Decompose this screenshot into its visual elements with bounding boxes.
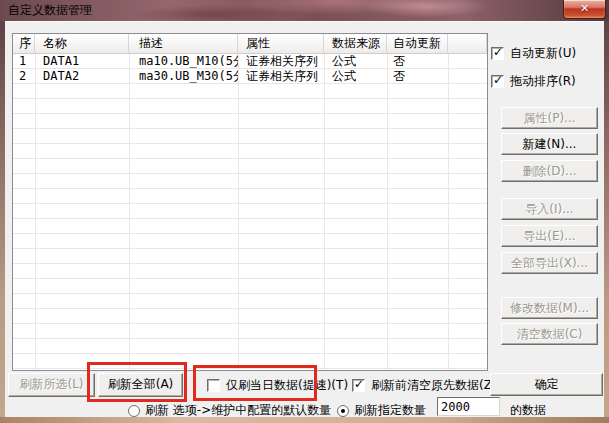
checkbox-auto-update[interactable]: ✓ 自动更新(U) xyxy=(491,45,576,62)
cell-name: DATA1 xyxy=(35,54,129,69)
cell-autoupdate: 否 xyxy=(387,69,448,84)
custom-data-manager-dialog: 自定义数据管理 ✕ 序 名称 描述 属性 数据来源 自动更新 xyxy=(0,0,609,423)
export-button[interactable]: 导出(E)... xyxy=(501,225,598,247)
grid-line xyxy=(129,54,130,370)
radio-icon xyxy=(337,405,349,417)
refresh-all-button[interactable]: 刷新全部(A) xyxy=(98,373,183,397)
dialog-client-area: 序 名称 描述 属性 数据来源 自动更新 1 DATA1 ma10.UB_M10… xyxy=(5,21,604,417)
custom-data-table[interactable]: 序 名称 描述 属性 数据来源 自动更新 1 DATA1 ma10.UB_M10… xyxy=(12,33,488,371)
cell-datasource: 公式 xyxy=(324,54,387,69)
grid-line xyxy=(324,54,325,370)
checkbox-icon: ✓ xyxy=(207,379,220,392)
close-button[interactable]: ✕ xyxy=(563,0,606,19)
property-button[interactable]: 属性(P)... xyxy=(501,107,598,129)
new-button[interactable]: 新建(N)... xyxy=(501,133,598,155)
cell-datasource: 公式 xyxy=(324,69,387,84)
ok-button[interactable]: 确定 xyxy=(490,373,603,396)
radio-refresh-specified-count[interactable]: 刷新指定数量 xyxy=(337,402,426,419)
count-suffix-label: 的数据 xyxy=(510,402,546,419)
radio-icon xyxy=(128,405,140,417)
table-row[interactable]: 2 DATA2 ma30.UB_M30(5分) 证券相关序列 公式 否 xyxy=(13,69,487,84)
table-header: 序 名称 描述 属性 数据来源 自动更新 xyxy=(13,34,487,54)
column-header-datasource[interactable]: 数据来源 xyxy=(324,34,387,53)
clear-data-button[interactable]: 清空数据(C) xyxy=(501,323,598,345)
checkbox-label: 拖动排序(R) xyxy=(510,73,576,90)
cell-property: 证券相关序列 xyxy=(238,54,324,69)
cell-index: 2 xyxy=(13,69,35,84)
radio-label: 刷新指定数量 xyxy=(354,402,426,419)
column-header-autoupdate[interactable]: 自动更新 xyxy=(387,34,448,53)
column-header-property[interactable]: 属性 xyxy=(238,34,324,53)
window-frame-right xyxy=(604,21,609,417)
cell-property: 证券相关序列 xyxy=(238,69,324,84)
checkbox-label: 自动更新(U) xyxy=(510,45,576,62)
radio-refresh-default-count[interactable]: 刷新 选项->维护中配置的默认数量 xyxy=(128,402,331,419)
grid-line xyxy=(35,54,36,370)
import-button[interactable]: 导入(I)... xyxy=(501,198,598,220)
radio-label: 刷新 选项->维护中配置的默认数量 xyxy=(145,402,331,419)
checkbox-icon: ✓ xyxy=(491,75,504,88)
title-bar: 自定义数据管理 xyxy=(0,0,609,21)
column-header-index[interactable]: 序 xyxy=(13,34,35,53)
count-input[interactable] xyxy=(437,397,500,416)
column-header-description[interactable]: 描述 xyxy=(129,34,238,53)
checkbox-icon: ✓ xyxy=(491,47,504,60)
cell-description: ma10.UB_M10(5分) xyxy=(129,54,238,69)
column-header-name[interactable]: 名称 xyxy=(35,34,129,53)
export-all-button[interactable]: 全部导出(X)... xyxy=(501,252,598,274)
grid-line xyxy=(448,54,449,370)
checkbox-label: 刷新前清空原先数据(Z) xyxy=(371,377,497,394)
close-icon: ✕ xyxy=(580,2,589,15)
checkbox-only-today[interactable]: ✓ 仅刷当日数据(提速)(T) xyxy=(207,377,348,394)
checkbox-label: 仅刷当日数据(提速)(T) xyxy=(226,377,348,394)
checkbox-icon: ✓ xyxy=(352,379,365,392)
cell-index: 1 xyxy=(13,54,35,69)
checkbox-clear-before-refresh[interactable]: ✓ 刷新前清空原先数据(Z) xyxy=(352,377,497,394)
modify-data-button[interactable]: 修改数据(M)... xyxy=(501,297,598,319)
table-row[interactable]: 1 DATA1 ma10.UB_M10(5分) 证券相关序列 公式 否 xyxy=(13,54,487,69)
refresh-selected-button[interactable]: 刷新所选(L) xyxy=(8,373,95,397)
checkbox-drag-sort[interactable]: ✓ 拖动排序(R) xyxy=(491,73,576,90)
cell-name: DATA2 xyxy=(35,69,129,84)
delete-button[interactable]: 删除(D)... xyxy=(501,160,598,182)
cell-description: ma30.UB_M30(5分) xyxy=(129,69,238,84)
window-title: 自定义数据管理 xyxy=(8,0,92,20)
grid-line xyxy=(238,54,239,370)
column-header-filler xyxy=(448,34,487,53)
table-body: 1 DATA1 ma10.UB_M10(5分) 证券相关序列 公式 否 2 DA… xyxy=(13,54,487,370)
cell-autoupdate: 否 xyxy=(387,54,448,69)
grid-line xyxy=(387,54,388,370)
